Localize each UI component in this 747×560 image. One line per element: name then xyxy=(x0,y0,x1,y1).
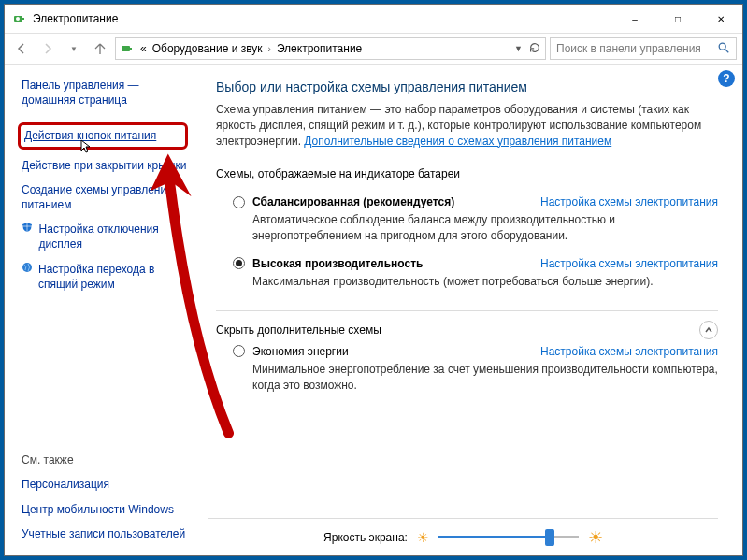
back-button[interactable] xyxy=(10,37,33,60)
chevron-right-icon: › xyxy=(268,44,271,54)
plan-name: Высокая производительность xyxy=(252,257,423,270)
help-icon[interactable]: ? xyxy=(718,70,735,87)
minimize-button[interactable]: – xyxy=(613,5,656,33)
body: Панель управления — домашняя страница Де… xyxy=(5,65,742,555)
plan-name: Экономия энергии xyxy=(252,345,349,358)
control-panel-home-link[interactable]: Панель управления — домашняя страница xyxy=(22,78,188,108)
breadcrumb-item[interactable]: Электропитание xyxy=(277,42,362,55)
svg-point-5 xyxy=(719,43,725,50)
plan-name: Сбалансированная (рекомендуется) xyxy=(252,195,454,208)
slider-thumb[interactable] xyxy=(545,529,554,546)
control-panel-icon xyxy=(120,41,135,56)
plan-settings-link[interactable]: Настройка схемы электропитания xyxy=(540,345,718,358)
sun-dim-icon: ☀ xyxy=(417,530,429,545)
sidebar-item-sleep[interactable]: Настройка перехода в спящий режим xyxy=(22,262,188,292)
section-visible-plans: Схемы, отображаемые на индикаторе батаре… xyxy=(216,167,718,180)
svg-rect-3 xyxy=(122,46,130,51)
more-info-link[interactable]: Дополнительные сведения о схемах управле… xyxy=(304,135,611,148)
sidebar: Панель управления — домашняя страница Де… xyxy=(5,65,199,555)
see-also-personalization[interactable]: Персонализация xyxy=(22,477,188,492)
search-icon xyxy=(717,41,730,57)
maximize-button[interactable]: □ xyxy=(656,5,699,33)
see-also-mobility-center[interactable]: Центр мобильности Windows xyxy=(22,502,188,517)
window-title: Электропитание xyxy=(33,12,118,25)
separator xyxy=(216,310,718,311)
see-also-user-accounts[interactable]: Учетные записи пользователей xyxy=(22,526,188,541)
breadcrumb-dropdown[interactable]: ▼ xyxy=(514,44,523,53)
refresh-button[interactable] xyxy=(528,41,541,57)
see-also-heading: См. также xyxy=(22,453,188,467)
window-controls: – □ ✕ xyxy=(613,5,742,33)
close-button[interactable]: ✕ xyxy=(699,5,742,33)
plan-settings-link[interactable]: Настройка схемы электропитания xyxy=(540,257,718,270)
page-title: Выбор или настройка схемы управления пит… xyxy=(216,79,718,94)
sidebar-item-create-plan[interactable]: Создание схемы управления питанием xyxy=(22,182,188,212)
search-input[interactable]: Поиск в панели управления xyxy=(550,37,737,60)
sidebar-item-lid-close[interactable]: Действие при закрытии крышки xyxy=(22,158,188,173)
plan-high-performance: Высокая производительность Настройка схе… xyxy=(233,257,718,290)
breadcrumb-item[interactable]: Оборудование и звук xyxy=(152,42,263,55)
slider-fill xyxy=(438,536,548,538)
sidebar-item-power-buttons[interactable]: Действия кнопок питания xyxy=(18,122,188,149)
sun-bright-icon: ☀ xyxy=(588,527,603,548)
chevron-up-icon xyxy=(699,321,718,339)
plan-description: Автоматическое соблюдение баланса между … xyxy=(252,212,718,244)
main-content: ? Выбор или настройка схемы управления п… xyxy=(199,65,742,555)
svg-point-2 xyxy=(16,17,20,21)
plan-settings-link[interactable]: Настройка схемы электропитания xyxy=(540,195,718,208)
svg-point-7 xyxy=(22,263,32,272)
search-placeholder: Поиск в панели управления xyxy=(556,42,701,55)
radio-power-saver[interactable] xyxy=(233,345,245,357)
window-root: Электропитание – □ ✕ ▼ « Оборудование и … xyxy=(4,4,743,556)
forward-button[interactable] xyxy=(36,37,59,60)
plan-power-saver: Экономия энергии Настройка схемы электро… xyxy=(233,345,718,394)
shield-icon xyxy=(22,222,34,233)
svg-rect-1 xyxy=(22,18,24,20)
cursor-icon xyxy=(80,139,93,159)
svg-line-6 xyxy=(725,49,729,52)
brightness-slider[interactable] xyxy=(438,536,579,538)
address-bar: ▼ « Оборудование и звук › Электропитание… xyxy=(5,33,742,65)
breadcrumb[interactable]: « Оборудование и звук › Электропитание ▼ xyxy=(115,37,546,60)
up-button[interactable] xyxy=(89,37,111,60)
globe-icon xyxy=(22,262,33,273)
brightness-label: Яркость экрана: xyxy=(323,531,408,544)
radio-balanced[interactable] xyxy=(233,196,245,208)
brightness-bar: Яркость экрана: ☀ ☀ xyxy=(208,518,718,555)
power-options-icon xyxy=(12,11,27,26)
breadcrumb-prefix: « xyxy=(140,42,147,55)
plan-description: Максимальная производительность (может п… xyxy=(252,274,718,290)
sidebar-item-display-off[interactable]: Настройка отключения дисплея xyxy=(22,222,188,251)
svg-rect-4 xyxy=(130,48,132,50)
page-description: Схема управления питанием — это набор па… xyxy=(216,102,718,149)
titlebar: Электропитание – □ ✕ xyxy=(5,5,742,33)
radio-high-performance[interactable] xyxy=(233,257,245,269)
recent-dropdown[interactable]: ▼ xyxy=(63,37,85,60)
hide-additional-plans[interactable]: Скрыть дополнительные схемы xyxy=(216,321,718,339)
plan-description: Минимальное энергопотребление за счет ум… xyxy=(252,362,718,394)
plan-balanced: Сбалансированная (рекомендуется) Настрой… xyxy=(233,195,718,244)
